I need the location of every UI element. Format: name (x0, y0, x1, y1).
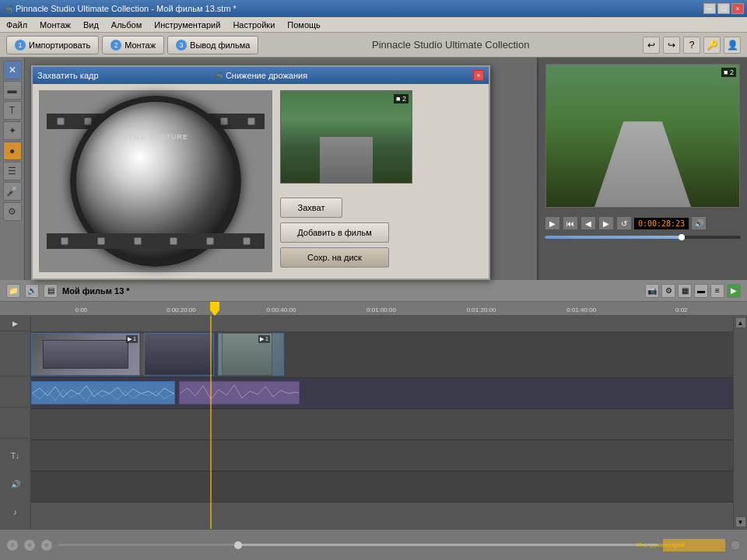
clip-2[interactable] (144, 333, 214, 376)
undo-icon[interactable]: ↩ (643, 37, 660, 54)
import-tab[interactable]: 1 Импортировать (6, 36, 99, 54)
title-bar: 📹 Pinnacle Studio Ultimate Collection - … (0, 0, 747, 17)
track-labels: ▶ T↓ 🔊 ♪ (0, 316, 31, 529)
ruler-marks: 0:00 0:00:20:00 0:00:40:00 0:01:00:00 0:… (31, 306, 731, 313)
menu-edit[interactable]: Монтаж (37, 19, 74, 31)
dialog-body: STILL CAPTURE ■ 2 (33, 84, 489, 278)
transport-end-btn[interactable]: ○ (40, 539, 53, 551)
tl-capture-icon[interactable]: 📷 (645, 284, 659, 298)
button-group: Захват Добавить в фильм Сохр. на диск (280, 190, 482, 268)
goto-start-btn[interactable]: ⏮ (563, 216, 578, 230)
menu-album[interactable]: Альбом (108, 19, 145, 31)
minimize-btn[interactable]: – (703, 3, 716, 14)
film-strip-bottom (47, 233, 265, 249)
ruler-mark-0: 0:00 (31, 306, 132, 313)
right-preview: ■ 2 (545, 64, 740, 208)
camera-section: STILL CAPTURE (39, 90, 272, 272)
track-icon-t[interactable]: T↓ (11, 452, 19, 460)
transport-start-btn[interactable]: ○ (6, 539, 19, 551)
loop-btn[interactable]: ↺ (616, 216, 632, 230)
clip-1[interactable]: ▶ 1 (31, 333, 140, 376)
add-film-btn[interactable]: Добавить в фильм (280, 222, 389, 243)
track-icons: T↓ 🔊 ♪ (0, 439, 30, 529)
clip-4[interactable]: ▶ 1 (222, 333, 272, 376)
film-hole (220, 117, 228, 125)
capture-btn[interactable]: Захват (280, 198, 342, 218)
clip-1-label: ▶ 1 (126, 335, 138, 343)
video-track: ▶ 1 ▶ 1 (31, 331, 733, 378)
camera-text: STILL CAPTURE (76, 133, 235, 142)
tl-settings-icon[interactable]: ⚙ (661, 284, 675, 298)
dialog-titlebar: Захватить кадр 📹 Снижение дрожания × (33, 67, 489, 84)
menu-view[interactable]: Вид (80, 19, 102, 31)
film-hole (61, 237, 68, 245)
ruler-mark-5: 0:01:40:00 (531, 306, 632, 313)
slider-thumb[interactable] (234, 541, 242, 549)
dialog-overlay: Захватить кадр 📹 Снижение дрожания × (0, 58, 514, 291)
tl-green-icon[interactable]: ▶ (727, 284, 741, 298)
tl-view3-icon[interactable]: ≡ (710, 284, 724, 298)
menu-help[interactable]: Помощь (284, 19, 324, 31)
track-label-empty1 (0, 408, 30, 439)
vertical-scrollbar[interactable]: ▲ ▼ (733, 316, 747, 529)
seek-track[interactable] (545, 236, 741, 239)
film-hole (57, 117, 65, 125)
scroll-down-btn[interactable]: ▼ (735, 516, 746, 527)
dialog-title: Захватить кадр (37, 71, 99, 80)
waveform-2 (179, 381, 300, 404)
empty-track-2 (31, 440, 733, 471)
play-btn[interactable]: ▶ (545, 216, 560, 230)
transport-middle-btn[interactable]: ○ (23, 539, 36, 551)
window-title: Pinnacle Studio Ultimate Collection - Мо… (16, 4, 237, 13)
seek-fill (545, 236, 682, 239)
preview-section: ■ 2 Захват Добавить в фильм Сохр. на дис… (280, 90, 482, 272)
timeline-area: 📁 🔊 ▤ Мой фильм 13 * 📷 ⚙ ▦ ▬ ≡ ▶ 0:00 0:… (0, 280, 747, 529)
user-icon[interactable]: 👤 (724, 37, 741, 54)
menu-tools[interactable]: Инструментарий (151, 19, 223, 31)
film-hole (206, 237, 214, 245)
audio-track (31, 378, 733, 409)
tl-view2-icon[interactable]: ▬ (694, 284, 708, 298)
preview-counter: ■ 2 (394, 94, 409, 103)
edit-tab[interactable]: 2 Монтаж (102, 36, 164, 54)
waveform-svg (32, 382, 175, 404)
preview-road (320, 137, 372, 183)
top-toolbar: 1 Импортировать 2 Монтаж 3 Вывод фильма … (0, 33, 747, 58)
tl-view1-icon[interactable]: ▦ (678, 284, 692, 298)
seek-thumb[interactable] (679, 234, 685, 240)
film-hole (134, 237, 142, 245)
film-hole (247, 117, 255, 125)
vol-icon[interactable]: 🔊 (691, 216, 707, 230)
dialog-close-btn[interactable]: × (473, 70, 484, 81)
scroll-up-btn[interactable]: ▲ (735, 317, 746, 328)
help-icon[interactable]: ? (683, 37, 700, 54)
scroll-end-btn[interactable] (730, 540, 741, 551)
ruler-mark-4: 0:01:20:00 (431, 306, 531, 313)
track-icon-vol[interactable]: 🔊 (11, 480, 20, 488)
prev-frame-btn[interactable]: ◀ (580, 216, 596, 230)
waveform-2-svg (180, 382, 300, 404)
redo-icon[interactable]: ↪ (663, 37, 680, 54)
menu-bar: Файл Монтаж Вид Альбом Инструментарий На… (0, 17, 747, 33)
app-title: Pinnacle Studio Ultimate Collection (261, 39, 640, 51)
track-label-video (0, 331, 30, 376)
film-hole (170, 237, 177, 245)
playhead-line (210, 316, 212, 529)
key-icon[interactable]: 🔑 (703, 37, 721, 54)
close-btn[interactable]: × (731, 3, 744, 14)
menu-settings[interactable]: Настройки (230, 19, 278, 31)
edit-tab-num: 2 (110, 40, 121, 51)
menu-file[interactable]: Файл (3, 19, 30, 31)
save-disk-btn[interactable]: Сохр. на диск (280, 247, 389, 268)
track-icon-music[interactable]: ♪ (13, 508, 17, 516)
transport-slider[interactable] (58, 544, 658, 546)
next-frame-btn[interactable]: ▶ (598, 216, 614, 230)
watermark-text: Инструментарий (637, 541, 685, 548)
film-hole (97, 237, 105, 245)
right-counter: ■ 2 (721, 68, 736, 77)
output-tab[interactable]: 3 Вывод фильма (167, 36, 258, 54)
right-panel: ■ 2 ▶ ⏮ ◀ ▶ ↺ 0:00:28:23 🔊 (537, 58, 747, 291)
dialog-subtitle: Снижение дрожания (226, 71, 307, 80)
track-label-audio (0, 376, 30, 408)
maximize-btn[interactable]: □ (717, 3, 730, 14)
